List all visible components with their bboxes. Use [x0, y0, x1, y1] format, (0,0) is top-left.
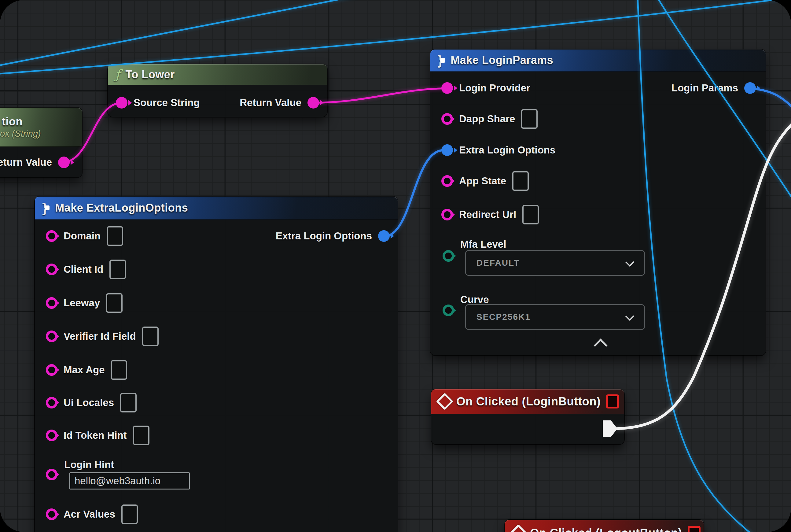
pin-label-login-hint: Login Hint: [64, 459, 114, 471]
acr-values-checkbox[interactable]: [121, 505, 138, 524]
pin-label: Login Params: [672, 82, 738, 94]
chevron-down-icon: [625, 258, 635, 267]
pin-row: Redirect Url: [441, 205, 539, 225]
node-to-lower[interactable]: ƒ To Lower Source String Return Value: [108, 64, 327, 117]
graph-canvas[interactable]: tion ox (String) eturn Value ƒ To Lower …: [0, 0, 791, 532]
input-pin-domain[interactable]: [46, 230, 57, 242]
output-pin-extra-login-options[interactable]: [378, 230, 390, 242]
node-title: Make ExtraLoginOptions: [55, 202, 188, 214]
node-header[interactable]: On Clicked (LoginButton): [431, 389, 624, 414]
verifier-id-field-checkbox[interactable]: [142, 326, 159, 346]
pin-label: Extra Login Options: [459, 144, 555, 156]
pin-label: Leeway: [63, 297, 100, 309]
mfa-level-dropdown[interactable]: DEFAULT: [465, 250, 645, 276]
bound-event-icon: [688, 526, 700, 532]
input-pin-extra-login-options[interactable]: [441, 144, 453, 156]
pin-label: Redirect Url: [459, 209, 516, 221]
output-pin-login-params[interactable]: [744, 82, 756, 94]
event-diamond-icon: [436, 393, 454, 410]
node-header[interactable]: } Make ExtraLoginOptions: [35, 196, 398, 220]
input-pin-dapp-share[interactable]: [441, 113, 453, 125]
node-make-extra-login-options[interactable]: } Make ExtraLoginOptions Extra Login Opt…: [35, 196, 398, 532]
pin-label: Verifier Id Field: [63, 330, 136, 342]
input-pin-client-id[interactable]: [46, 264, 57, 275]
node-title: On Clicked (LogoutButton): [530, 527, 682, 532]
input-pin-ui-locales[interactable]: [46, 397, 57, 408]
node-title: To Lower: [126, 68, 175, 81]
id-token-hint-checkbox[interactable]: [133, 425, 150, 445]
function-icon: ƒ: [115, 67, 120, 82]
blueprint-editor: tion ox (String) eturn Value ƒ To Lower …: [0, 0, 791, 532]
pin-label: Source String: [134, 97, 199, 109]
pin-row: Client Id: [46, 259, 126, 280]
input-pin-app-state[interactable]: [441, 175, 453, 187]
pin-label: Return Value: [239, 97, 301, 109]
pin-row: Id Token Hint: [46, 425, 150, 445]
pin-row: Extra Login Options: [441, 140, 555, 160]
leeway-checkbox[interactable]: [106, 293, 122, 313]
app-state-checkbox[interactable]: [512, 171, 529, 191]
input-pin-leeway[interactable]: [46, 297, 57, 309]
pin-label: Dapp Share: [459, 113, 515, 125]
ui-locales-checkbox[interactable]: [120, 393, 137, 413]
node-on-clicked-logout-button[interactable]: On Clicked (LogoutButton): [505, 520, 703, 532]
exec-output-pin[interactable]: [603, 420, 617, 437]
pin-row: Max Age: [46, 360, 127, 380]
input-pin-source-string[interactable]: [116, 97, 128, 109]
wire-blue-top-left-1: [0, 0, 358, 66]
pin-row: Login Provider: [441, 78, 530, 98]
node-make-login-params[interactable]: } Make LoginParams Login Params Login Pr…: [430, 50, 766, 355]
input-pin-verifier-id-field[interactable]: [46, 330, 57, 342]
node-partial-function[interactable]: tion ox (String) eturn Value: [0, 108, 82, 177]
client-id-checkbox[interactable]: [110, 260, 126, 279]
node-title: Make LoginParams: [450, 54, 553, 66]
input-pin-mfa-level[interactable]: [443, 250, 454, 262]
pin-label: App State: [459, 175, 506, 187]
input-pin-max-age[interactable]: [46, 364, 57, 376]
node-header[interactable]: On Clicked (LogoutButton): [505, 520, 703, 532]
pin-row: Source String Return Value: [116, 93, 319, 113]
redirect-url-checkbox[interactable]: [522, 205, 539, 224]
pin-label: Max Age: [63, 364, 104, 376]
curve-value: SECP256K1: [477, 305, 530, 329]
pin-row: eturn Value: [0, 152, 70, 172]
pin-label: eturn Value: [0, 156, 52, 168]
domain-checkbox[interactable]: [107, 226, 123, 246]
node-subtitle-fragment: ox (String): [0, 129, 41, 139]
pin-row: Extra Login Options: [276, 226, 390, 246]
input-pin-login-hint[interactable]: [46, 469, 57, 480]
node-title: On Clicked (LoginButton): [456, 395, 601, 408]
chevron-down-icon: [625, 312, 635, 321]
pin-row: Acr Values: [46, 504, 138, 524]
pin-label-mfa-level: Mfa Level: [460, 239, 506, 250]
node-on-clicked-login-button[interactable]: On Clicked (LoginButton): [431, 389, 624, 444]
curve-dropdown[interactable]: SECP256K1: [465, 304, 645, 330]
bound-event-icon: [606, 394, 619, 408]
collapse-node-chevron-icon[interactable]: [594, 339, 607, 352]
pin-row: Leeway: [46, 293, 122, 313]
node-header[interactable]: } Make LoginParams: [430, 50, 766, 72]
input-pin-curve[interactable]: [443, 305, 454, 316]
pin-label: Acr Values: [63, 509, 115, 520]
make-struct-icon: }: [438, 53, 445, 68]
output-pin-return-value[interactable]: [58, 156, 70, 168]
input-pin-id-token-hint[interactable]: [46, 430, 57, 441]
login-hint-input[interactable]: [70, 472, 190, 490]
dapp-share-checkbox[interactable]: [521, 109, 538, 129]
pin-row: Ui Locales: [46, 393, 137, 413]
pin-label-curve: Curve: [460, 294, 489, 305]
max-age-checkbox[interactable]: [111, 360, 127, 380]
event-diamond-icon: [510, 524, 527, 532]
node-header[interactable]: ƒ To Lower: [108, 64, 327, 85]
mfa-level-value: DEFAULT: [477, 251, 520, 275]
output-pin-return-value[interactable]: [307, 97, 319, 109]
pin-row: Domain: [46, 226, 123, 246]
input-pin-login-provider[interactable]: [441, 82, 453, 94]
input-pin-acr-values[interactable]: [46, 509, 57, 520]
pin-label: Id Token Hint: [63, 430, 127, 441]
input-pin-redirect-url[interactable]: [441, 209, 453, 221]
pin-row: Login Params: [672, 78, 756, 98]
pin-label: Extra Login Options: [276, 230, 372, 242]
pin-row: Dapp Share: [441, 109, 538, 129]
node-header[interactable]: tion ox (String): [0, 108, 82, 147]
